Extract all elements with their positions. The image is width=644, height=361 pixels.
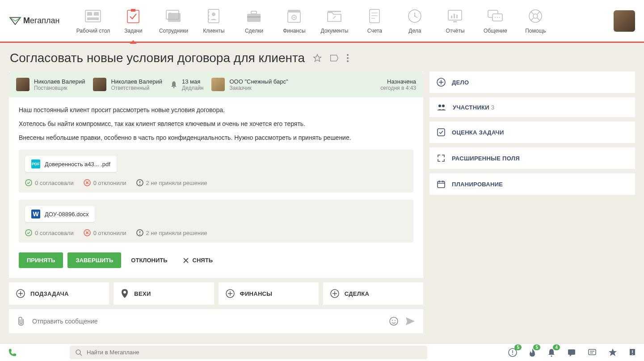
title-row: Согласовать новые условия договора для к… <box>0 43 644 71</box>
message-box <box>9 309 423 333</box>
svg-point-39 <box>499 17 500 18</box>
logo[interactable]: Мегаплан <box>9 16 59 25</box>
action-row: ПРИНЯТЬ ЗАВЕРШИТЬ ОТКЛОНИТЬ СНЯТЬ <box>19 252 413 268</box>
top-navigation: Мегаплан Рабочий стол Задачи Сотрудники … <box>0 0 644 43</box>
finances-card[interactable]: ФИНАНСЫ <box>219 282 319 305</box>
svg-point-68 <box>438 105 441 107</box>
svg-rect-10 <box>208 11 209 13</box>
client-avatar <box>211 78 225 91</box>
deal-card[interactable]: СДЕЛКА <box>323 282 423 305</box>
svg-rect-12 <box>208 18 209 20</box>
nav-invoices[interactable]: Счета <box>354 0 395 42</box>
pending-count: 2 не приняли решение <box>136 179 207 186</box>
assignee-block[interactable]: Николаев Валерий Ответственный <box>93 78 162 91</box>
svg-rect-71 <box>438 181 445 188</box>
svg-rect-33 <box>456 15 458 18</box>
communication-icon <box>486 8 504 24</box>
nav-finances[interactable]: Финансы <box>274 0 314 42</box>
send-icon[interactable] <box>405 317 415 326</box>
message-input[interactable] <box>32 318 382 325</box>
svg-rect-32 <box>454 14 455 18</box>
deadline-block[interactable]: 13 мая Дедлайн <box>170 78 204 91</box>
nav-deals[interactable]: Сделки <box>234 0 274 42</box>
svg-rect-18 <box>288 10 300 13</box>
nav-todos[interactable]: Дела <box>395 0 435 42</box>
deals-icon <box>245 8 263 24</box>
nav-desktop[interactable]: Рабочий стол <box>73 0 113 42</box>
nav-tasks[interactable]: Задачи <box>113 0 153 42</box>
side-rating[interactable]: ОЦЕНКА ЗАДАЧИ <box>429 122 635 143</box>
creator-block[interactable]: Николаев Валерий Постановщик <box>16 78 85 91</box>
documents-icon <box>325 8 343 24</box>
file-chip[interactable]: W ДОУ-08896.docx <box>25 206 95 222</box>
side-extended[interactable]: РАСШИРЕННЫЕ ПОЛЯ <box>429 147 635 169</box>
nav-clients[interactable]: Клиенты <box>194 0 234 42</box>
side-planning[interactable]: ПЛАНИРОВАНИЕ <box>429 173 635 195</box>
svg-rect-0 <box>85 10 101 22</box>
decline-button[interactable]: ОТКЛОНИТЬ <box>126 252 173 268</box>
svg-point-69 <box>442 105 445 107</box>
side-todo[interactable]: ДЕЛО <box>429 71 635 93</box>
doc-icon: W <box>31 210 40 218</box>
nav-documents[interactable]: Документы <box>314 0 354 42</box>
logo-icon <box>9 17 21 25</box>
svg-rect-21 <box>328 11 341 12</box>
complete-button[interactable]: ЗАВЕРШИТЬ <box>67 252 121 268</box>
nav-communication[interactable]: Общение <box>475 0 515 42</box>
more-icon[interactable] <box>347 54 349 62</box>
employees-icon <box>164 8 182 24</box>
tag-icon[interactable] <box>330 54 339 62</box>
logo-text: Мегаплан <box>23 16 59 25</box>
nav-employees[interactable]: Сотрудники <box>153 0 194 42</box>
svg-line-44 <box>531 18 534 21</box>
svg-rect-34 <box>453 21 457 22</box>
pin-icon <box>121 289 129 298</box>
side-participants[interactable]: УЧАСТНИКИ3 <box>429 97 635 117</box>
svg-rect-70 <box>438 129 445 136</box>
rejected-count: 0 отклонили <box>84 229 126 236</box>
finances-icon <box>285 8 303 24</box>
pending-count: 2 не приняли решение <box>136 229 207 236</box>
svg-point-64 <box>390 317 398 325</box>
svg-point-46 <box>347 54 349 56</box>
svg-rect-11 <box>208 15 209 17</box>
nav-reports[interactable]: Отчёты <box>435 0 475 42</box>
bell-icon <box>170 80 177 88</box>
pdf-icon: PDF <box>31 160 40 168</box>
svg-rect-5 <box>131 9 135 12</box>
emoji-icon[interactable] <box>389 317 398 326</box>
people-icon <box>437 104 446 111</box>
nav-help[interactable]: Помощь <box>515 0 556 42</box>
svg-point-37 <box>495 17 496 18</box>
star-icon[interactable] <box>313 54 322 63</box>
svg-point-49 <box>173 87 174 88</box>
close-icon <box>183 257 189 264</box>
svg-point-48 <box>347 60 349 62</box>
remove-button[interactable]: СНЯТЬ <box>177 252 218 268</box>
svg-point-38 <box>497 17 498 18</box>
nav-items: Рабочий стол Задачи Сотрудники Клиенты С… <box>73 0 614 42</box>
svg-point-41 <box>533 14 538 18</box>
svg-point-66 <box>395 320 396 321</box>
approval-row: 0 согласовали 0 отклонили 2 не приняли р… <box>25 229 407 236</box>
attachment-icon[interactable] <box>17 316 25 326</box>
plus-circle-icon <box>16 289 25 298</box>
calendar-icon <box>437 180 446 189</box>
user-avatar[interactable] <box>614 10 635 32</box>
rejected-count: 0 отклонили <box>84 179 126 186</box>
svg-point-47 <box>347 57 349 59</box>
svg-point-61 <box>123 291 126 294</box>
milestones-card[interactable]: ВЕХИ <box>114 282 214 305</box>
accept-button[interactable]: ПРИНЯТЬ <box>19 252 63 268</box>
file-chip[interactable]: PDF Доверенность а43... .pdf <box>25 156 117 172</box>
client-block[interactable]: ООО "Снежный барс" Заказчик <box>211 78 288 91</box>
svg-point-13 <box>212 13 215 16</box>
task-description: Наш постоянный клиент просит рассмотреть… <box>19 105 413 143</box>
svg-rect-3 <box>87 17 99 20</box>
check-square-icon <box>437 128 446 137</box>
subtask-card[interactable]: ПОДЗАДАЧА <box>9 282 109 305</box>
svg-rect-16 <box>247 17 261 17</box>
file-block-2: W ДОУ-08896.docx 0 согласовали 0 отклони… <box>19 200 413 243</box>
creator-avatar <box>16 78 29 91</box>
desktop-icon <box>84 8 102 24</box>
